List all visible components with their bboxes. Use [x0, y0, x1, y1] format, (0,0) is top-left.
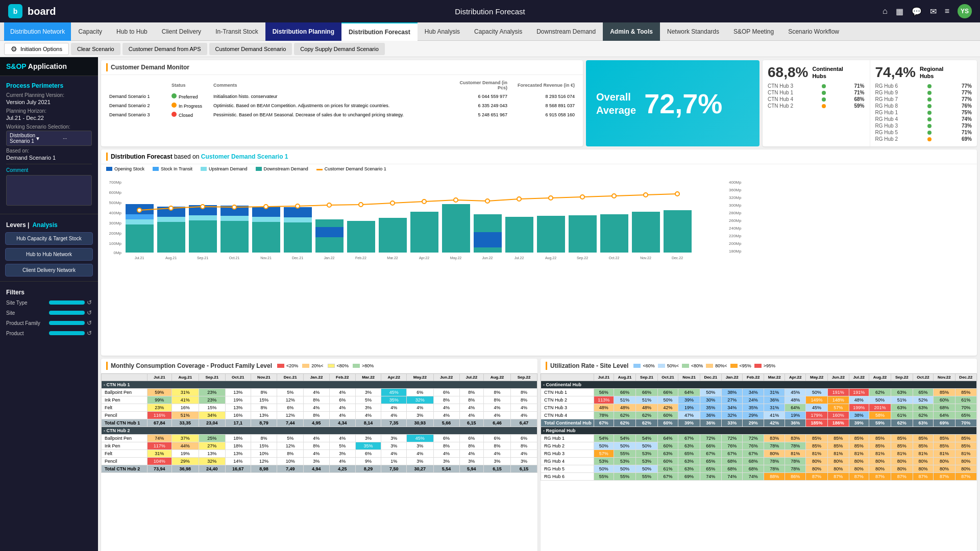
- status-dot-green: [172, 93, 177, 98]
- svg-point-63: [517, 197, 521, 201]
- nav-hub-to-hub[interactable]: Hub to Hub: [109, 22, 155, 41]
- nav-client-delivery[interactable]: Client Delivery: [155, 22, 208, 41]
- filter-site-type-bar[interactable]: [49, 300, 85, 305]
- legend-util-lt60-color: [633, 364, 641, 368]
- message-icon[interactable]: ✉: [930, 7, 937, 16]
- more-options-icon: ···: [63, 136, 88, 141]
- menu-icon[interactable]: ≡: [945, 7, 949, 16]
- ctn-hub2-inkpen-name: Ink Pen: [102, 442, 148, 449]
- svg-text:Oct.21: Oct.21: [229, 256, 240, 260]
- filter-site-bar[interactable]: [49, 311, 85, 315]
- levers-label: Levers |: [6, 221, 29, 229]
- top-section: Customer Demand Monitor Status Comments …: [101, 60, 977, 146]
- svg-rect-31: [252, 222, 280, 253]
- th-jan22: Jan.22: [304, 373, 330, 381]
- ctn-hub-1-row: CTN Hub 1 71%: [768, 89, 865, 96]
- user-avatar[interactable]: YS: [958, 4, 972, 18]
- c1-bp-jul21: 59%: [148, 388, 172, 396]
- util-ctn-hub4-name: CTN Hub 4: [541, 411, 594, 419]
- subnav-customer-demand-aps[interactable]: Customer Demand from APS: [122, 43, 207, 55]
- util-header-accent: [546, 362, 547, 370]
- continental-hubs-header: 68,8% ContinentalHubs: [768, 64, 865, 81]
- subnav-customer-demand-scenario[interactable]: Customer Demand Scenario: [209, 43, 292, 55]
- nav-admin-tools[interactable]: Admin & Tools: [603, 22, 660, 41]
- filter-site-type-reset[interactable]: ↺: [87, 299, 92, 306]
- hub-to-hub-network-btn[interactable]: Hub to Hub Network: [5, 248, 93, 261]
- utilization-rate-table: Jul.21 Aug.21 Sep.21 Oct.21 Nov.21 Dec.2…: [541, 373, 977, 481]
- rg-hub-4-dot: [927, 117, 932, 121]
- th-comments: Comments: [211, 79, 447, 91]
- rg-hub-6-row: RG Hub 677%: [875, 83, 972, 89]
- util-total-continental-name: Total Continental Hub: [541, 419, 594, 427]
- nav-in-transit-stock[interactable]: In-Transit Stock: [208, 22, 265, 41]
- chat-icon[interactable]: 💬: [912, 7, 922, 16]
- hub-capacity-target-stock-btn[interactable]: Hub Capacity & Target Stock: [5, 232, 93, 245]
- demand-scenario-3-demand: 5 248 651 967: [448, 111, 509, 119]
- regional-hub-rows: RG Hub 677% RG Hub 977% RG Hub 777% RG H…: [875, 83, 972, 142]
- subnav: ⚙ Initiation Options Clear Scenario Cust…: [0, 41, 980, 57]
- rg-hub-1-row: RG Hub 175%: [875, 109, 972, 116]
- svg-text:Aug.21: Aug.21: [165, 256, 177, 260]
- svg-point-52: [169, 206, 173, 210]
- filter-site-reset[interactable]: ↺: [87, 309, 92, 316]
- status-dot-orange: [172, 103, 177, 108]
- th-status: Status: [169, 79, 210, 91]
- svg-point-60: [422, 199, 426, 204]
- nav-capacity-analysis[interactable]: Capacity Analysis: [467, 22, 529, 41]
- filter-product: Product ↺: [6, 330, 92, 337]
- monthly-legend: <20% 20%< <80% >80%: [277, 363, 374, 368]
- svg-text:Sep.22: Sep.22: [577, 256, 588, 260]
- nav-scenario-workflow[interactable]: Scenario Workflow: [781, 22, 846, 41]
- svg-text:100Mp: 100Mp: [109, 241, 122, 246]
- filter-product-family-reset[interactable]: ↺: [87, 319, 92, 327]
- filter-product-family-bar[interactable]: [49, 321, 85, 325]
- levers-header: Levers | Analysis: [0, 217, 98, 231]
- util-rg-hub1-row: RG Hub 1 54% 54% 54% 64% 67% 72% 72% 72%…: [541, 434, 977, 442]
- nav-distribution-network[interactable]: Distribution Network: [4, 22, 71, 41]
- util-th-nov21: Nov.21: [678, 373, 700, 381]
- forecast-chart-svg-container: 700Mp 600Mp 500Mp 400Mp 300Mp 200Mp 100M…: [101, 173, 977, 263]
- nav-distribution-forecast[interactable]: Distribution Forecast: [341, 22, 418, 41]
- nav-downstream-demand[interactable]: Downstream Demand: [529, 22, 603, 41]
- svg-text:500Mp: 500Mp: [109, 201, 122, 205]
- subnav-copy-supply-demand[interactable]: Copy Supply Demand Scenario: [294, 43, 384, 55]
- nav-network-standards[interactable]: Network Standards: [660, 22, 726, 41]
- nav-capacity[interactable]: Capacity: [71, 22, 109, 41]
- svg-rect-39: [347, 221, 375, 253]
- ctn-hub1-felt-row: Felt 23% 16%15%13%8%6%4%4%3%4%4%4%4%4%4%: [102, 404, 537, 411]
- svg-text:240Mp: 240Mp: [729, 226, 742, 231]
- working-scenario-dropdown[interactable]: Distribution Scenario 1 ▼ ···: [6, 131, 92, 146]
- util-ctn-hub4-row: CTN Hub 4 78% 62% 62% 60% 47% 36% 32% 29…: [541, 411, 977, 419]
- nav-distribution-planning[interactable]: Distribution Planning: [265, 22, 341, 41]
- svg-point-62: [485, 199, 489, 203]
- th-scenario: [107, 79, 168, 91]
- demand-scenario-2-status: In Progress: [169, 102, 210, 110]
- overall-average-label: OverallAverage: [596, 90, 636, 117]
- ctn-hub1-pencil-row: Pencil 116% 51% 34% 16%13%12%8%4%4%4%3%4…: [102, 411, 537, 419]
- planning-horizon-value: Jul.21 - Dec.22: [6, 115, 92, 121]
- subnav-clear-scenario[interactable]: Clear Scenario: [71, 43, 120, 55]
- nav-saop-meeting[interactable]: S&OP Meeting: [726, 22, 781, 41]
- svg-rect-42: [442, 204, 470, 253]
- util-rg-hub4-row: RG Hub 4 53% 53% 53% 60% 63% 65% 68% 68%…: [541, 457, 977, 465]
- utilization-rate-table-wrapper[interactable]: Jul.21 Aug.21 Sep.21 Oct.21 Nov.21 Dec.2…: [541, 373, 977, 552]
- svg-rect-26: [189, 215, 217, 220]
- grid-icon[interactable]: ▦: [896, 7, 903, 16]
- legend-util-lt95-color: [730, 364, 738, 368]
- th-jun22: Jun.22: [433, 373, 459, 381]
- svg-text:700Mp: 700Mp: [109, 180, 122, 185]
- svg-text:400Mp: 400Mp: [109, 211, 122, 215]
- filter-product-reset[interactable]: ↺: [87, 330, 92, 337]
- th-aug22: Aug.22: [483, 373, 510, 381]
- home-icon[interactable]: ⌂: [883, 7, 888, 16]
- client-delivery-network-btn[interactable]: Client Delivery Network: [5, 264, 93, 277]
- demand-monitor-table: Status Comments Customer Demand (in Pcs)…: [106, 78, 578, 120]
- continental-hubs-pct: 68,8%: [768, 64, 808, 81]
- nav-hub-analysis[interactable]: Hub Analysis: [418, 22, 467, 41]
- comment-input[interactable]: [6, 175, 92, 206]
- filter-product-bar[interactable]: [49, 331, 85, 335]
- overall-average-value: 72,7%: [644, 88, 722, 119]
- rg-hub-8-row: RG Hub 876%: [875, 103, 972, 109]
- subnav-initiation-options[interactable]: ⚙ Initiation Options: [4, 43, 69, 55]
- monthly-coverage-table-wrapper[interactable]: Jul.21 Aug.21 Sep.21 Oct.21 Nov.21 Dec.2…: [101, 373, 537, 552]
